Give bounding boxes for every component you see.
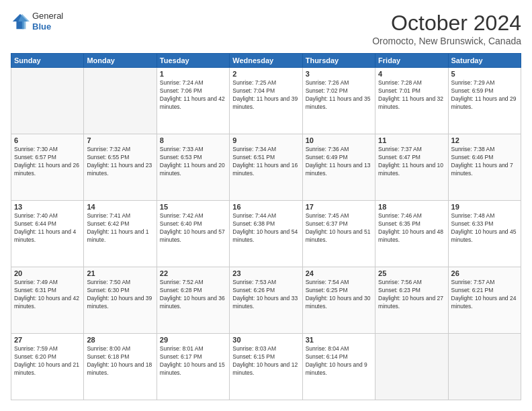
day-info: Sunrise: 8:00 AMSunset: 6:18 PMDaylight:… (87, 345, 153, 377)
day-number: 29 (160, 336, 226, 344)
day-info: Sunrise: 7:41 AMSunset: 6:42 PMDaylight:… (87, 212, 153, 244)
calendar-cell: 8 Sunrise: 7:33 AMSunset: 6:53 PMDayligh… (157, 134, 229, 201)
day-info: Sunrise: 7:37 AMSunset: 6:47 PMDaylight:… (378, 146, 445, 178)
day-number: 1 (160, 70, 226, 78)
day-info: Sunrise: 7:32 AMSunset: 6:55 PMDaylight:… (87, 146, 153, 178)
calendar-cell (375, 334, 448, 400)
day-info: Sunrise: 7:54 AMSunset: 6:25 PMDaylight:… (306, 279, 372, 311)
calendar-cell: 23 Sunrise: 7:53 AMSunset: 6:26 PMDaylig… (230, 267, 302, 334)
day-info: Sunrise: 7:24 AMSunset: 7:06 PMDaylight:… (160, 79, 226, 111)
weekday-header-friday: Friday (375, 54, 448, 68)
day-info: Sunrise: 8:01 AMSunset: 6:17 PMDaylight:… (160, 345, 226, 377)
day-number: 10 (306, 136, 372, 144)
weekday-header-row: SundayMondayTuesdayWednesdayThursdayFrid… (11, 54, 521, 68)
calendar-cell: 15 Sunrise: 7:42 AMSunset: 6:40 PMDaylig… (157, 201, 229, 267)
day-number: 27 (14, 336, 81, 344)
calendar-cell: 26 Sunrise: 7:57 AMSunset: 6:21 PMDaylig… (448, 267, 521, 334)
day-info: Sunrise: 7:57 AMSunset: 6:21 PMDaylight:… (451, 279, 518, 311)
calendar-cell (84, 68, 157, 134)
calendar-cell: 18 Sunrise: 7:46 AMSunset: 6:35 PMDaylig… (375, 201, 448, 267)
day-info: Sunrise: 7:25 AMSunset: 7:04 PMDaylight:… (232, 79, 299, 111)
day-info: Sunrise: 7:33 AMSunset: 6:53 PMDaylight:… (160, 146, 226, 178)
day-number: 6 (14, 136, 81, 144)
day-info: Sunrise: 7:40 AMSunset: 6:44 PMDaylight:… (14, 212, 81, 244)
day-number: 2 (232, 70, 299, 78)
weekday-header-saturday: Saturday (448, 54, 521, 68)
day-number: 24 (306, 269, 372, 277)
day-number: 26 (451, 269, 518, 277)
location: Oromocto, New Brunswick, Canada (372, 36, 521, 46)
weekday-header-wednesday: Wednesday (230, 54, 302, 68)
day-number: 21 (87, 269, 153, 277)
calendar-cell: 24 Sunrise: 7:54 AMSunset: 6:25 PMDaylig… (302, 267, 375, 334)
day-info: Sunrise: 7:29 AMSunset: 6:59 PMDaylight:… (451, 79, 518, 111)
weekday-header-tuesday: Tuesday (157, 54, 229, 68)
calendar-cell: 21 Sunrise: 7:50 AMSunset: 6:30 PMDaylig… (84, 267, 157, 334)
day-info: Sunrise: 7:30 AMSunset: 6:57 PMDaylight:… (14, 146, 81, 178)
calendar-cell: 5 Sunrise: 7:29 AMSunset: 6:59 PMDayligh… (448, 68, 521, 134)
day-number: 20 (14, 269, 81, 277)
day-number: 25 (378, 269, 445, 277)
day-number: 31 (306, 336, 372, 344)
day-info: Sunrise: 7:53 AMSunset: 6:26 PMDaylight:… (232, 279, 299, 311)
day-number: 13 (14, 203, 81, 211)
calendar-cell: 29 Sunrise: 8:01 AMSunset: 6:17 PMDaylig… (157, 334, 229, 400)
week-row-3: 20 Sunrise: 7:49 AMSunset: 6:31 PMDaylig… (11, 267, 521, 334)
calendar-cell: 6 Sunrise: 7:30 AMSunset: 6:57 PMDayligh… (11, 134, 84, 201)
day-number: 19 (451, 203, 518, 211)
calendar-cell: 30 Sunrise: 8:03 AMSunset: 6:15 PMDaylig… (230, 334, 302, 400)
day-info: Sunrise: 7:44 AMSunset: 6:38 PMDaylight:… (232, 212, 299, 244)
calendar-cell: 2 Sunrise: 7:25 AMSunset: 7:04 PMDayligh… (230, 68, 302, 134)
calendar-cell: 3 Sunrise: 7:26 AMSunset: 7:02 PMDayligh… (302, 68, 375, 134)
day-number: 11 (378, 136, 445, 144)
calendar-cell (11, 68, 84, 134)
day-number: 15 (160, 203, 226, 211)
calendar-cell: 20 Sunrise: 7:49 AMSunset: 6:31 PMDaylig… (11, 267, 84, 334)
calendar-cell: 10 Sunrise: 7:36 AMSunset: 6:49 PMDaylig… (302, 134, 375, 201)
calendar-table: SundayMondayTuesdayWednesdayThursdayFrid… (11, 53, 521, 400)
title-block: October 2024 Oromocto, New Brunswick, Ca… (372, 11, 521, 46)
calendar-cell: 17 Sunrise: 7:45 AMSunset: 6:37 PMDaylig… (302, 201, 375, 267)
day-number: 16 (232, 203, 299, 211)
day-number: 9 (232, 136, 299, 144)
day-info: Sunrise: 7:36 AMSunset: 6:49 PMDaylight:… (306, 146, 372, 178)
day-number: 4 (378, 70, 445, 78)
month-title: October 2024 (372, 11, 521, 36)
logo-icon (11, 12, 30, 31)
week-row-2: 13 Sunrise: 7:40 AMSunset: 6:44 PMDaylig… (11, 201, 521, 267)
calendar-cell: 14 Sunrise: 7:41 AMSunset: 6:42 PMDaylig… (84, 201, 157, 267)
calendar-cell: 27 Sunrise: 7:59 AMSunset: 6:20 PMDaylig… (11, 334, 84, 400)
day-info: Sunrise: 7:48 AMSunset: 6:33 PMDaylight:… (451, 212, 518, 244)
day-number: 3 (306, 70, 372, 78)
day-info: Sunrise: 7:38 AMSunset: 6:46 PMDaylight:… (451, 146, 518, 178)
day-info: Sunrise: 7:50 AMSunset: 6:30 PMDaylight:… (87, 279, 153, 311)
logo-blue: Blue (32, 21, 63, 32)
header: General Blue October 2024 Oromocto, New … (11, 11, 521, 46)
day-info: Sunrise: 7:46 AMSunset: 6:35 PMDaylight:… (378, 212, 445, 244)
day-info: Sunrise: 7:56 AMSunset: 6:23 PMDaylight:… (378, 279, 445, 311)
day-number: 14 (87, 203, 153, 211)
calendar-cell: 7 Sunrise: 7:32 AMSunset: 6:55 PMDayligh… (84, 134, 157, 201)
weekday-header-monday: Monday (84, 54, 157, 68)
calendar-cell: 16 Sunrise: 7:44 AMSunset: 6:38 PMDaylig… (230, 201, 302, 267)
day-number: 23 (232, 269, 299, 277)
calendar-cell: 13 Sunrise: 7:40 AMSunset: 6:44 PMDaylig… (11, 201, 84, 267)
logo-general: General (32, 11, 63, 21)
calendar-cell: 4 Sunrise: 7:28 AMSunset: 7:01 PMDayligh… (375, 68, 448, 134)
calendar-cell (448, 334, 521, 400)
day-number: 28 (87, 336, 153, 344)
day-info: Sunrise: 7:52 AMSunset: 6:28 PMDaylight:… (160, 279, 226, 311)
logo-text: General Blue (32, 11, 63, 32)
logo: General Blue (11, 11, 63, 32)
day-info: Sunrise: 7:59 AMSunset: 6:20 PMDaylight:… (14, 345, 81, 377)
calendar-cell: 28 Sunrise: 8:00 AMSunset: 6:18 PMDaylig… (84, 334, 157, 400)
day-number: 8 (160, 136, 226, 144)
day-number: 7 (87, 136, 153, 144)
day-number: 12 (451, 136, 518, 144)
calendar-cell: 31 Sunrise: 8:04 AMSunset: 6:14 PMDaylig… (302, 334, 375, 400)
day-info: Sunrise: 7:28 AMSunset: 7:01 PMDaylight:… (378, 79, 445, 111)
week-row-1: 6 Sunrise: 7:30 AMSunset: 6:57 PMDayligh… (11, 134, 521, 201)
day-number: 22 (160, 269, 226, 277)
calendar-cell: 1 Sunrise: 7:24 AMSunset: 7:06 PMDayligh… (157, 68, 229, 134)
week-row-4: 27 Sunrise: 7:59 AMSunset: 6:20 PMDaylig… (11, 334, 521, 400)
